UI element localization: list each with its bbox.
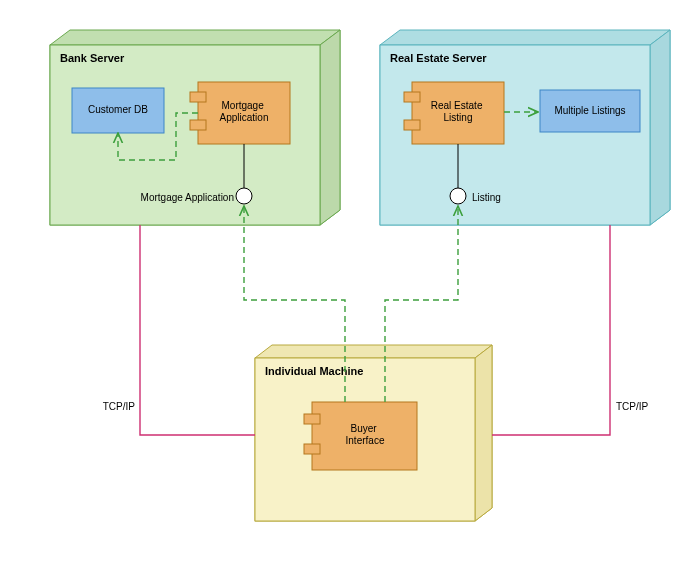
individual-machine-node: Individual Machine Buyer Interface	[255, 345, 492, 521]
multiple-listings-label: Multiple Listings	[554, 105, 625, 116]
deployment-diagram: Bank Server Customer DB Mortgage Applica…	[0, 0, 700, 573]
svg-rect-16	[404, 92, 420, 102]
bank-server-node: Bank Server Customer DB Mortgage Applica…	[50, 30, 340, 225]
tcpip-right-label: TCP/IP	[616, 401, 649, 412]
svg-marker-12	[380, 30, 670, 45]
svg-text:Buyer
        Interface: Buyer Interface	[346, 423, 385, 446]
svg-rect-27	[304, 414, 320, 424]
real-estate-title: Real Estate Server	[390, 52, 487, 64]
customer-db-label: Customer DB	[88, 104, 148, 115]
svg-marker-2	[320, 30, 340, 225]
svg-marker-24	[475, 345, 492, 521]
real-estate-server-node: Real Estate Server Real Estate Listing L…	[380, 30, 670, 225]
mortgage-app-label-l2: Application	[220, 112, 269, 123]
svg-rect-17	[404, 120, 420, 130]
bank-server-title: Bank Server	[60, 52, 125, 64]
svg-marker-13	[650, 30, 670, 225]
multiple-listings-component: Multiple Listings	[540, 90, 640, 132]
svg-marker-1	[50, 30, 340, 45]
rel-label-l1: Real Estate	[431, 100, 483, 111]
mortgage-interface-label: Mortgage Application	[141, 192, 234, 203]
svg-rect-6	[190, 92, 206, 102]
buyer-label-l1: Buyer	[351, 423, 378, 434]
listing-interface-label: Listing	[472, 192, 501, 203]
buyer-interface-component: Buyer Interface	[304, 402, 417, 470]
tcpip-left-label: TCP/IP	[103, 401, 136, 412]
svg-text:Mortgage
        Application: Mortgage Application	[220, 100, 269, 123]
mortgage-app-label-l1: Mortgage	[221, 100, 264, 111]
buyer-label-l2: Interface	[346, 435, 385, 446]
svg-point-20	[450, 188, 466, 204]
tcpip-link-left: TCP/IP	[103, 225, 255, 435]
svg-point-10	[236, 188, 252, 204]
individual-machine-title: Individual Machine	[265, 365, 363, 377]
tcpip-link-right: TCP/IP	[492, 225, 649, 435]
customer-db-component: Customer DB	[72, 88, 164, 133]
svg-rect-28	[304, 444, 320, 454]
svg-rect-7	[190, 120, 206, 130]
rel-label-l2: Listing	[444, 112, 473, 123]
svg-marker-23	[255, 345, 492, 358]
